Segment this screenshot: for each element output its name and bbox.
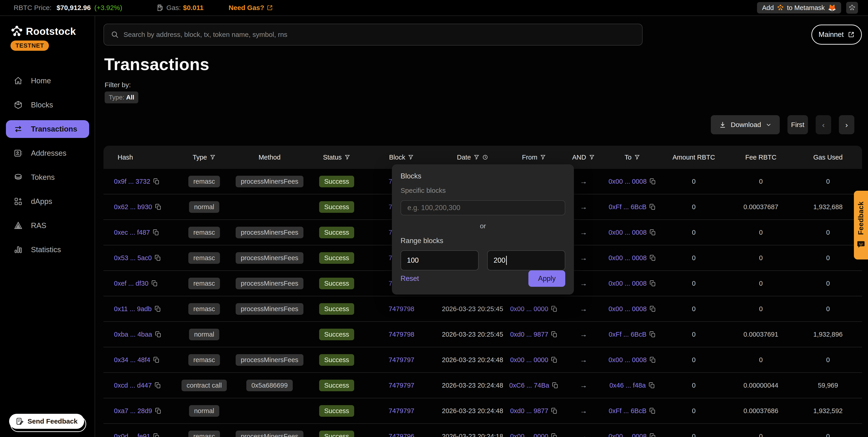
address-link[interactable]: 0xFf ... 6BcB [609,203,646,211]
copy-icon[interactable] [551,407,558,414]
address-link[interactable]: 0x00 ... 0000 [510,433,549,437]
address-link[interactable]: 7479797 [389,407,414,415]
filter-funnel-icon[interactable] [344,154,350,160]
address-link[interactable]: 7479798 [389,305,414,313]
filter-funnel-icon[interactable] [473,154,479,160]
need-gas-link[interactable]: Need Gas? [228,4,273,11]
copy-icon[interactable] [154,382,161,389]
copy-icon[interactable] [154,255,161,261]
copy-icon[interactable] [649,255,656,261]
add-to-metamask-button[interactable]: Add to Metamask 🦊 [757,2,841,13]
sidebar-item-home[interactable]: Home [6,72,89,90]
sidebar-item-transactions[interactable]: Transactions [6,120,89,138]
address-link[interactable]: 0xd0 ... 9877 [510,407,549,415]
address-link[interactable]: 0x53 ... 5ac0 [114,254,152,262]
copy-icon[interactable] [153,433,160,437]
copy-icon[interactable] [649,229,656,236]
address-link[interactable]: 0x00 ... 0008 [609,356,647,364]
address-link[interactable]: 0x00 ... 0008 [609,254,647,262]
copy-icon[interactable] [551,433,558,437]
address-link[interactable]: 0x00 ... 0008 [609,433,647,437]
copy-icon[interactable] [153,356,160,363]
address-link[interactable]: 0x0d ... fe91 [114,433,150,437]
rootstock-logo[interactable]: Rootstock [10,25,76,38]
sidebar-item-tokens[interactable]: Tokens [6,169,89,186]
filter-funnel-icon[interactable] [540,154,546,160]
column-header-date[interactable]: Date [439,154,506,161]
column-header-from[interactable]: From [506,154,562,161]
download-button[interactable]: Download [711,115,780,134]
first-page-button[interactable]: First [787,115,808,134]
apply-button[interactable]: Apply [528,270,565,287]
copy-icon[interactable] [153,229,159,236]
copy-icon[interactable] [649,407,656,414]
address-link[interactable]: 7479796 [389,433,414,437]
address-link[interactable]: 0x11 ... 9adb [114,305,152,313]
address-link[interactable]: 0xC6 ... 74Ba [509,382,549,389]
address-link[interactable]: 7479798 [389,331,414,338]
feedback-tab[interactable]: Feedback [854,191,868,260]
address-link[interactable]: 0x00 ... 0008 [609,178,647,185]
copy-icon[interactable] [551,356,558,363]
address-link[interactable]: 0x00 ... 0000 [510,356,549,364]
address-link[interactable]: 0xa7 ... 28d9 [114,407,152,415]
copy-icon[interactable] [649,433,656,437]
filter-funnel-icon[interactable] [589,154,595,160]
filter-funnel-icon[interactable] [210,154,216,160]
filter-funnel-icon[interactable] [634,154,640,160]
address-link[interactable]: 0x00 ... 0000 [510,305,549,313]
address-link[interactable]: 0xFf ... 6BcB [609,407,646,415]
mainnet-button[interactable]: Mainnet [811,25,862,45]
address-link[interactable]: 7479797 [389,356,414,364]
sidebar-item-addresses[interactable]: Addresses [6,144,89,162]
address-link[interactable]: 0x34 ... 48f4 [114,356,150,364]
copy-icon[interactable] [155,407,162,414]
address-link[interactable]: 7479797 [389,382,414,389]
search-bar[interactable] [103,24,643,46]
rootstock-grey-button[interactable] [846,2,858,13]
address-link[interactable]: 0x00 ... 0008 [609,229,647,236]
specific-blocks-input[interactable] [401,200,565,215]
copy-icon[interactable] [649,305,656,312]
copy-icon[interactable] [154,305,161,312]
copy-icon[interactable] [551,305,558,312]
search-input[interactable] [124,31,635,38]
address-link[interactable]: 0x46 ... f48a [609,382,646,389]
type-filter-chip[interactable]: Type:All [105,91,138,103]
copy-icon[interactable] [151,280,158,287]
address-link[interactable]: 0xec ... f487 [114,229,150,236]
address-link[interactable]: 0xd0 ... 9877 [510,331,549,338]
copy-icon[interactable] [649,280,656,287]
send-feedback-button[interactable]: Send Feedback [9,414,84,429]
column-header-to[interactable]: To [605,154,660,161]
sidebar-item-statistics[interactable]: Statistics [6,241,89,259]
address-link[interactable]: 0x9f ... 3732 [114,178,150,185]
copy-icon[interactable] [155,331,162,338]
address-link[interactable]: 0x00 ... 0008 [609,280,647,287]
sidebar-item-dapps[interactable]: dApps [6,193,89,210]
address-link[interactable]: 0xef ... df30 [114,280,149,287]
column-header-block[interactable]: Block [364,154,439,161]
clock-icon[interactable] [482,154,488,160]
column-header-status[interactable]: Status [309,154,364,161]
address-link[interactable]: 0xba ... 4baa [114,331,152,338]
copy-icon[interactable] [153,178,160,185]
copy-icon[interactable] [552,382,559,389]
copy-icon[interactable] [649,178,656,185]
copy-icon[interactable] [649,331,656,338]
range-from-input[interactable]: 100 [401,250,478,270]
copy-icon[interactable] [551,331,558,338]
address-link[interactable]: 0x62 ... b930 [114,203,152,211]
copy-icon[interactable] [649,356,656,363]
next-page-button[interactable]: › [839,115,854,134]
prev-page-button[interactable]: ‹ [816,115,831,134]
reset-button[interactable]: Reset [401,274,419,283]
column-header-and[interactable]: AND [562,154,605,161]
sidebar-item-ras[interactable]: RAS [6,217,89,234]
range-to-input[interactable]: 200 [487,250,565,270]
address-link[interactable]: 0xcd ... d447 [114,382,152,389]
sidebar-item-blocks[interactable]: Blocks [6,96,89,114]
filter-funnel-icon[interactable] [408,154,414,160]
copy-icon[interactable] [649,382,655,389]
copy-icon[interactable] [155,203,162,210]
